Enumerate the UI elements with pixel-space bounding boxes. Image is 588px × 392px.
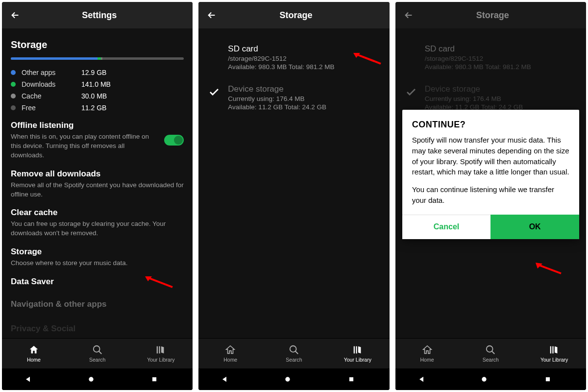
- nav-recent-icon[interactable]: [348, 376, 368, 383]
- screen-storage-select: Storage SD card /storage/829C-1512 Avail…: [198, 2, 389, 390]
- section-privacy: Privacy & Social: [11, 324, 184, 334]
- search-icon: [92, 344, 103, 355]
- library-icon: [352, 344, 363, 355]
- nav-back-icon[interactable]: [24, 375, 44, 383]
- nav-recent-icon[interactable]: [151, 376, 171, 383]
- home-icon: [225, 344, 236, 355]
- offline-listening-toggle[interactable]: Offline listening When this is on, you c…: [11, 121, 184, 160]
- option-device-storage[interactable]: Device storage Currently using: 176.4 MB…: [207, 77, 380, 118]
- toggle-icon[interactable]: [164, 135, 184, 146]
- svg-rect-11: [550, 346, 551, 354]
- dot-icon: [11, 105, 16, 110]
- dot-icon: [11, 94, 16, 98]
- page-title: Settings: [14, 10, 185, 21]
- screen-confirm-dialog: Storage SD card /storage/829C-1512 Avail…: [395, 2, 586, 390]
- titlebar: Storage: [395, 2, 586, 28]
- svg-rect-6: [354, 346, 355, 354]
- library-icon: [549, 344, 560, 355]
- page-title: Storage: [210, 10, 381, 21]
- confirm-dialog: CONTINUE? Spotify will now transfer your…: [402, 110, 579, 239]
- library-icon: [155, 344, 166, 355]
- content: SD card /storage/829C-1512 Available: 98…: [198, 28, 389, 338]
- svg-point-5: [290, 346, 296, 352]
- nav-back-icon[interactable]: [417, 375, 437, 383]
- nav-home-icon[interactable]: [481, 376, 500, 383]
- option-sd-card: SD card /storage/829C-1512 Available: 98…: [404, 37, 577, 77]
- remove-downloads-button[interactable]: Remove all downloads Remove all of the S…: [11, 169, 184, 199]
- nav-home-icon[interactable]: [284, 376, 304, 383]
- ok-button[interactable]: OK: [490, 215, 579, 239]
- legend-cache: Cache 30.0 MB: [11, 92, 184, 100]
- svg-rect-7: [356, 346, 357, 354]
- storage-location-button[interactable]: Storage Choose where to store your music…: [11, 247, 184, 268]
- svg-point-13: [482, 377, 487, 381]
- storage-bar: [11, 57, 184, 60]
- option-sd-card[interactable]: SD card /storage/829C-1512 Available: 98…: [207, 37, 380, 77]
- android-navbar: [2, 368, 193, 390]
- bottom-tabs: Home Search Your Library: [2, 338, 193, 368]
- svg-rect-12: [552, 346, 553, 354]
- svg-rect-1: [157, 346, 158, 354]
- search-icon: [485, 344, 496, 355]
- bottom-tabs: Home Search Your Library: [198, 338, 389, 368]
- tab-search[interactable]: Search: [66, 339, 129, 368]
- nav-back-icon[interactable]: [220, 375, 240, 383]
- tab-library[interactable]: Your Library: [129, 339, 193, 368]
- legend-downloads: Downloads 141.0 MB: [11, 80, 184, 88]
- svg-point-3: [89, 377, 93, 381]
- cancel-button[interactable]: Cancel: [402, 215, 491, 239]
- nav-recent-icon[interactable]: [544, 376, 564, 383]
- android-navbar: [198, 368, 389, 390]
- clear-cache-button[interactable]: Clear cache You can free up storage by c…: [11, 208, 184, 238]
- svg-point-8: [285, 377, 290, 381]
- svg-point-10: [487, 346, 493, 352]
- titlebar: Settings: [2, 2, 193, 28]
- tab-search[interactable]: Search: [262, 339, 326, 368]
- android-navbar: [395, 368, 586, 390]
- section-nav-apps: Navigation & other apps: [11, 299, 184, 309]
- data-saver-button[interactable]: Data Saver: [11, 277, 184, 287]
- svg-rect-9: [349, 377, 353, 381]
- checkmark-icon: [404, 84, 418, 111]
- svg-rect-2: [159, 346, 160, 354]
- dialog-title: CONTINUE?: [402, 110, 579, 135]
- legend-other-apps: Other apps 12.9 GB: [11, 69, 184, 76]
- svg-rect-14: [546, 377, 550, 381]
- nav-home-icon[interactable]: [88, 376, 107, 383]
- checkmark-icon: [207, 84, 221, 111]
- check-placeholder: [207, 44, 221, 71]
- section-heading-storage: Storage: [11, 39, 184, 50]
- bottom-tabs: Home Search Your Library: [395, 338, 586, 368]
- svg-rect-4: [152, 377, 156, 381]
- home-icon: [422, 344, 433, 355]
- legend-free: Free 11.2 GB: [11, 104, 184, 112]
- storage-legend: Other apps 12.9 GB Downloads 141.0 MB Ca…: [11, 69, 184, 112]
- tab-home[interactable]: Home: [198, 339, 262, 368]
- dialog-actions: Cancel OK: [402, 215, 579, 239]
- tab-library[interactable]: Your Library: [326, 339, 390, 368]
- tab-search[interactable]: Search: [459, 339, 522, 368]
- search-icon: [289, 344, 299, 355]
- screen-settings: Settings Storage Other apps 12.9 GB Down…: [2, 2, 193, 390]
- tab-library[interactable]: Your Library: [522, 339, 586, 368]
- titlebar: Storage: [198, 2, 389, 28]
- content: Storage Other apps 12.9 GB Downloads 141…: [2, 28, 193, 338]
- dot-icon: [11, 82, 16, 87]
- page-title: Storage: [407, 10, 578, 21]
- tab-home[interactable]: Home: [2, 339, 66, 368]
- dot-icon: [11, 70, 16, 75]
- tab-home[interactable]: Home: [395, 339, 459, 368]
- svg-point-0: [93, 346, 99, 352]
- dialog-body: Spotify will now transfer your music dat…: [402, 135, 579, 215]
- home-icon: [28, 344, 39, 355]
